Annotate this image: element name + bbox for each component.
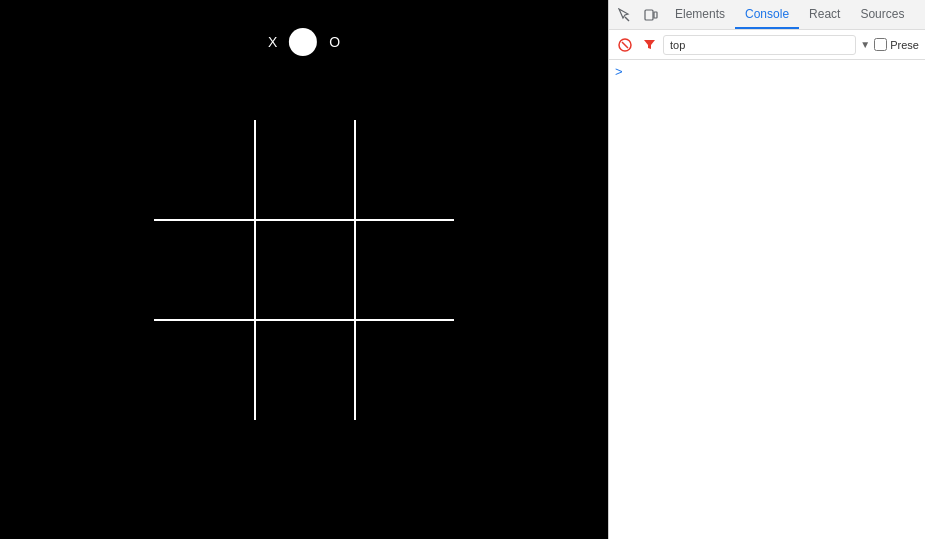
filter-icon (639, 35, 659, 55)
console-area[interactable]: > (609, 60, 925, 539)
filter-input-wrap[interactable] (663, 35, 856, 55)
clear-console-button[interactable] (615, 35, 635, 55)
turn-indicator: X O (268, 28, 340, 56)
player-o-label: O (329, 34, 340, 50)
tic-tac-toe-grid[interactable] (154, 120, 454, 420)
grid-vertical-line-1 (254, 120, 256, 420)
filter-input[interactable] (670, 39, 849, 51)
preserve-log-label: Prese (890, 39, 919, 51)
preserve-log-wrap: Prese (874, 38, 919, 51)
grid-vertical-line-2 (354, 120, 356, 420)
game-area[interactable]: X O (0, 0, 608, 539)
player-x-label: X (268, 34, 277, 50)
device-toggle-button[interactable] (639, 3, 663, 27)
tab-react[interactable]: React (799, 0, 850, 29)
devtools-tabs-bar: Elements Console React Sources (609, 0, 925, 30)
tab-console[interactable]: Console (735, 0, 799, 29)
devtools-panel: Elements Console React Sources ▼ (608, 0, 925, 539)
svg-line-4 (622, 42, 628, 48)
preserve-log-checkbox[interactable] (874, 38, 887, 51)
grid-horizontal-line-1 (154, 219, 454, 221)
current-player-circle (289, 28, 317, 56)
grid-horizontal-line-2 (154, 319, 454, 321)
tab-sources[interactable]: Sources (850, 0, 914, 29)
dropdown-arrow[interactable]: ▼ (860, 39, 870, 50)
tab-elements[interactable]: Elements (665, 0, 735, 29)
inspect-element-button[interactable] (613, 3, 637, 27)
console-prompt[interactable]: > (615, 64, 623, 79)
svg-line-0 (625, 17, 629, 21)
devtools-toolbar: ▼ Prese (609, 30, 925, 60)
svg-rect-1 (645, 10, 653, 20)
svg-rect-2 (654, 12, 657, 18)
